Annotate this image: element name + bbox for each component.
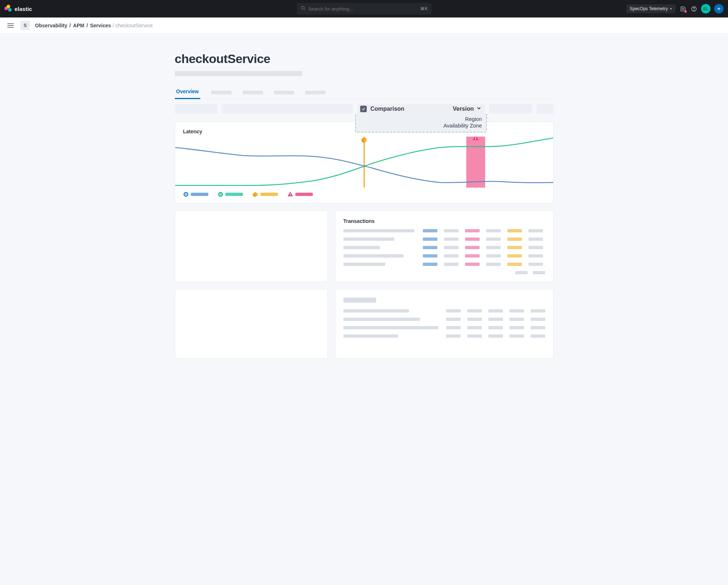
alert-band	[466, 137, 485, 188]
svg-point-12	[184, 192, 188, 196]
newsfeed-icon[interactable]	[679, 5, 686, 12]
comparison-selected: Version	[453, 106, 474, 112]
table-row[interactable]	[343, 318, 545, 321]
breadcrumb-bar: S Observability / APM / Services / check…	[0, 17, 728, 34]
comparison-toggle[interactable]: Comparison Version Region Availability Z…	[357, 104, 485, 114]
tab-placeholder[interactable]	[274, 91, 294, 94]
subtitle-placeholder	[175, 71, 302, 76]
table-row[interactable]	[343, 309, 545, 313]
user-avatar[interactable]: EL	[701, 4, 711, 13]
cube-icon	[252, 191, 258, 197]
search-icon	[300, 5, 306, 12]
table-row[interactable]	[343, 237, 545, 241]
comparison-option[interactable]: Availability Zone	[360, 122, 482, 129]
alert-icon	[287, 191, 293, 197]
deployment-label: SpecOps Telemetry	[630, 6, 668, 11]
table-row[interactable]	[343, 254, 545, 258]
tab-placeholder[interactable]	[211, 91, 232, 94]
filter-placeholder[interactable]	[222, 104, 353, 114]
comparison-option[interactable]: Region	[360, 116, 482, 122]
legend-item[interactable]	[287, 191, 313, 197]
placeholder-card	[175, 289, 328, 358]
legend-item[interactable]	[218, 192, 243, 197]
elastic-logo-icon	[4, 5, 12, 13]
tab-placeholder[interactable]	[305, 91, 326, 94]
breadcrumb-current: checkoutService	[115, 23, 153, 28]
global-search[interactable]: ⌘K	[297, 3, 432, 15]
breadcrumb-seg[interactable]: Observability	[35, 23, 67, 28]
tab-overview[interactable]: Overview	[175, 89, 200, 99]
service-tabs: Overview	[175, 89, 554, 99]
nav-toggle-icon[interactable]	[6, 22, 15, 29]
deployment-switcher[interactable]: SpecOps Telemetry ▾	[626, 4, 676, 13]
circle-icon	[218, 192, 223, 197]
svg-point-19	[290, 195, 291, 196]
latency-card: Latency	[175, 122, 554, 203]
breadcrumb-seg[interactable]: Services	[90, 23, 111, 28]
comparison-select[interactable]: Version	[453, 105, 482, 113]
table-row[interactable]	[343, 263, 545, 266]
transactions-card: Transactions	[335, 211, 554, 282]
notification-dot	[684, 10, 687, 13]
svg-point-3	[693, 10, 694, 10]
deployment-marker-icon	[361, 137, 367, 143]
chevron-down-icon	[476, 105, 482, 113]
placeholder-table-card	[335, 289, 554, 358]
latency-legend	[175, 188, 553, 197]
brand-logo[interactable]: elastic	[4, 5, 32, 13]
table-row[interactable]	[343, 334, 545, 338]
legend-item[interactable]	[252, 191, 278, 197]
svg-point-0	[301, 6, 304, 9]
global-header: elastic ⌘K SpecOps Telemetry ▾ EL	[0, 0, 728, 17]
table-row[interactable]	[343, 326, 545, 329]
transactions-footer	[343, 271, 545, 274]
circle-icon	[183, 192, 189, 197]
add-button[interactable]	[714, 4, 724, 13]
breadcrumb: Observability / APM / Services / checkou…	[35, 23, 153, 28]
breadcrumb-seg[interactable]: APM	[73, 23, 84, 28]
legend-item[interactable]	[183, 192, 208, 197]
filter-placeholder[interactable]	[175, 104, 218, 114]
svg-point-13	[219, 192, 223, 196]
filter-placeholder[interactable]	[536, 104, 554, 114]
chevron-down-icon: ▾	[670, 7, 672, 11]
page-title: checkoutService	[175, 52, 554, 66]
brand-name: elastic	[15, 6, 32, 12]
comparison-dropdown: Region Availability Zone	[355, 114, 487, 133]
table-row[interactable]	[343, 246, 545, 249]
filter-bar: Comparison Version Region Availability Z…	[175, 104, 554, 114]
filter-placeholder[interactable]	[489, 104, 532, 114]
search-input[interactable]	[308, 6, 421, 12]
transactions-title: Transactions	[343, 218, 545, 224]
comparison-checkbox[interactable]	[360, 106, 367, 112]
help-icon[interactable]	[690, 5, 697, 12]
latency-chart	[175, 137, 553, 188]
svg-line-1	[304, 9, 305, 10]
card-title-placeholder	[343, 298, 376, 303]
comparison-label: Comparison	[370, 106, 404, 112]
tab-placeholder[interactable]	[243, 91, 263, 94]
space-badge[interactable]: S	[20, 21, 30, 30]
placeholder-card	[175, 211, 328, 282]
svg-point-11	[475, 139, 476, 140]
table-row[interactable]	[343, 229, 545, 232]
search-shortcut: ⌘K	[420, 6, 428, 11]
